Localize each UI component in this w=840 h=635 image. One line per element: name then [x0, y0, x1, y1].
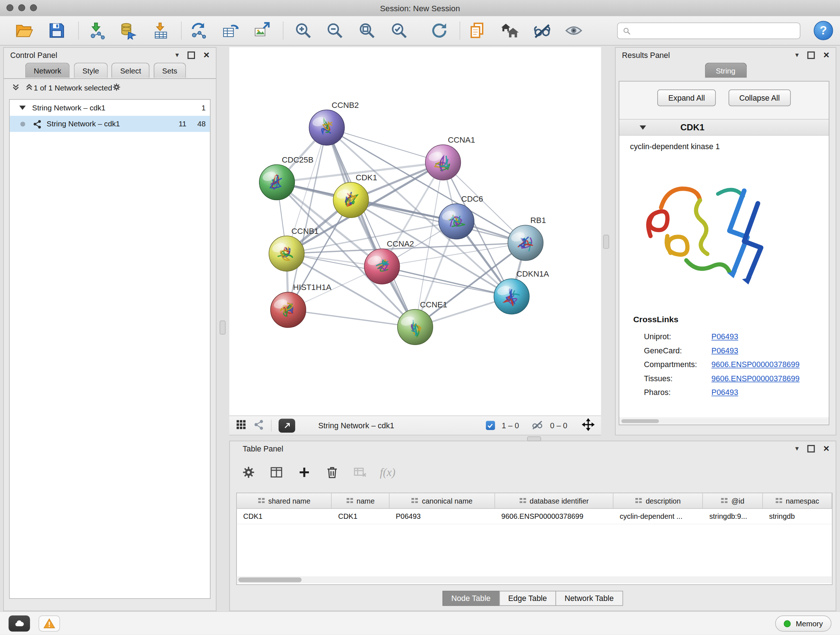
horizontal-splitter-handle[interactable] [527, 436, 541, 441]
column-header--id[interactable]: @id [703, 493, 763, 508]
search-input[interactable] [634, 26, 795, 36]
table-cell[interactable]: 9606.ENSP00000378699 [495, 509, 613, 524]
hidden-items-icon[interactable] [531, 419, 543, 432]
network-node-CDK1[interactable] [333, 182, 369, 218]
network-row[interactable]: String Network – cdk1 11 48 [10, 116, 210, 132]
column-header-database-identifier[interactable]: database identifier [495, 493, 613, 508]
first-neighbors-button[interactable] [497, 19, 523, 42]
collapse-all-button[interactable]: Collapse All [729, 89, 790, 106]
function-builder-button[interactable]: f(x) [380, 466, 395, 479]
open-in-new-window-button[interactable] [279, 418, 295, 432]
table-cell[interactable]: stringdb:9... [703, 509, 763, 524]
right-splitter-handle[interactable] [603, 235, 609, 249]
table-row[interactable]: CDK1CDK1P064939606.ENSP00000378699cyclin… [237, 509, 832, 524]
column-header-namespac[interactable]: namespac [763, 493, 832, 508]
network-options-gear-icon[interactable] [112, 82, 121, 93]
section-disclosure-triangle-icon[interactable] [639, 125, 646, 130]
network-node-CDC6[interactable] [439, 204, 474, 239]
zoom-selected-button[interactable] [386, 19, 412, 42]
tab-style[interactable]: Style [74, 63, 107, 78]
column-header-canonical-name[interactable]: canonical name [389, 493, 495, 508]
network-canvas[interactable]: CCNB2CCNA1CDC25BCDK1CDC6RB1CCNB1CCNA2CDK… [229, 47, 601, 415]
save-session-button[interactable] [44, 19, 69, 42]
column-header-name[interactable]: name [332, 493, 389, 508]
crosslink-link[interactable]: P06493 [712, 333, 738, 341]
delete-table-icon[interactable] [352, 464, 368, 480]
grid-view-icon[interactable] [236, 419, 247, 432]
panel-float-icon[interactable] [807, 445, 815, 452]
table-hscrollbar[interactable] [237, 576, 832, 583]
pan-move-icon[interactable] [582, 418, 595, 432]
column-header-shared-name[interactable]: shared name [237, 493, 332, 508]
warnings-button[interactable] [39, 616, 60, 631]
tab-node-table[interactable]: Node Table [442, 591, 500, 606]
network-node-CCNB1[interactable] [269, 236, 304, 272]
network-collection-row[interactable]: String Network – cdk1 1 [10, 100, 210, 116]
crosslink-link[interactable]: P06493 [712, 388, 738, 397]
network-edge[interactable] [327, 127, 415, 327]
panel-float-icon[interactable] [187, 51, 195, 59]
refresh-layout-button[interactable] [426, 19, 452, 42]
add-column-icon[interactable] [296, 464, 312, 480]
open-session-button[interactable] [11, 19, 37, 42]
tab-sets[interactable]: Sets [154, 63, 186, 78]
memory-button[interactable]: Memory [775, 616, 831, 631]
panel-close-icon[interactable]: × [823, 51, 829, 59]
left-splitter-handle[interactable] [219, 321, 225, 335]
network-node-CDKN1A[interactable] [494, 279, 529, 314]
results-scrollbar[interactable] [621, 419, 828, 424]
crosslink-link[interactable]: 9606.ENSP00000378699 [712, 374, 800, 383]
selected-nodes-checkbox[interactable] [485, 421, 494, 430]
table-cell[interactable]: P06493 [389, 509, 495, 524]
show-all-button[interactable] [561, 19, 586, 42]
panel-float-icon[interactable] [807, 51, 815, 59]
network-node-CCNA2[interactable] [364, 249, 400, 284]
delete-column-icon[interactable] [324, 464, 340, 480]
import-network-database-button[interactable] [116, 19, 141, 42]
network-node-RB1[interactable] [508, 225, 543, 261]
import-table-file-button[interactable] [148, 19, 174, 42]
export-network-button[interactable] [186, 19, 212, 42]
column-header-description[interactable]: description [613, 493, 703, 508]
network-node-CCNE1[interactable] [398, 309, 433, 345]
network-node-CCNB2[interactable] [309, 110, 344, 146]
tab-edge-table[interactable]: Edge Table [499, 591, 556, 606]
cloud-button[interactable] [9, 616, 30, 631]
duplicate-network-button[interactable] [464, 19, 490, 42]
network-node-CCNA1[interactable] [425, 145, 461, 180]
table-cell[interactable]: CDK1 [332, 509, 389, 524]
panel-menu-icon[interactable]: ▾ [795, 445, 799, 453]
tab-network[interactable]: Network [25, 63, 70, 78]
zoom-out-button[interactable] [322, 19, 347, 42]
collapse-all-icon[interactable] [11, 82, 20, 93]
zoom-in-button[interactable] [291, 19, 316, 42]
show-columns-icon[interactable] [268, 464, 284, 480]
tab-network-table[interactable]: Network Table [556, 591, 623, 606]
tab-select[interactable]: Select [112, 63, 150, 78]
expand-all-icon[interactable] [25, 82, 34, 93]
network-node-HIST1H1A[interactable] [271, 292, 306, 328]
network-edge[interactable] [327, 127, 443, 162]
panel-menu-icon[interactable]: ▾ [795, 51, 799, 59]
panel-menu-icon[interactable]: ▾ [175, 51, 179, 59]
network-thumbnail-icon[interactable] [253, 419, 264, 432]
protein-section-header[interactable]: CDK1 [619, 119, 829, 136]
export-table-button[interactable] [218, 19, 243, 42]
crosslink-link[interactable]: P06493 [712, 347, 738, 355]
export-image-button[interactable] [249, 19, 275, 42]
crosslink-link[interactable]: 9606.ENSP00000378699 [712, 360, 800, 369]
panel-close-icon[interactable]: × [823, 444, 829, 453]
panel-close-icon[interactable]: × [204, 51, 210, 59]
network-edge[interactable] [288, 310, 415, 327]
close-window-button[interactable] [6, 4, 13, 11]
tab-string[interactable]: String [705, 63, 747, 78]
hide-selected-button[interactable] [529, 19, 555, 42]
zoom-window-button[interactable] [30, 4, 37, 11]
network-node-CDC25B[interactable] [259, 165, 295, 200]
table-cell[interactable]: stringdb [763, 509, 832, 524]
table-cell[interactable]: cyclin-dependent ... [613, 509, 703, 524]
minimize-window-button[interactable] [18, 4, 25, 11]
table-cell[interactable]: CDK1 [237, 509, 332, 524]
zoom-fit-button[interactable] [354, 19, 380, 42]
help-button[interactable]: ? [813, 21, 833, 40]
